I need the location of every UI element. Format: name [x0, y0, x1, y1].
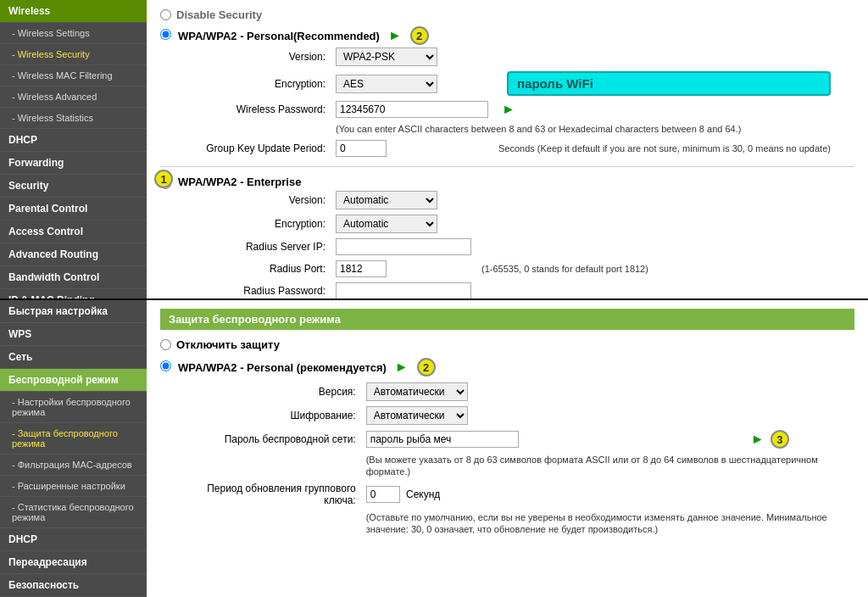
- sidebar-item-stats-ru[interactable]: - Статистика беспроводного режима: [0, 497, 147, 528]
- sidebar-item-wireless-mac[interactable]: - Wireless MAC Filtering: [0, 65, 147, 86]
- sidebar-item-parental[interactable]: Parental Control: [0, 198, 147, 220]
- group-key-unit: Секунд: [406, 488, 440, 500]
- sidebar-item-security[interactable]: Security: [0, 175, 147, 198]
- wpa-enterprise-label: WPA/WPA2 - Enterprise: [178, 176, 301, 188]
- wpa-personal-label-ru: WPA/WPA2 - Personal (рекомендуется): [178, 361, 387, 374]
- wpa-enterprise-form: Version: Automatic Encryption: Automatic: [195, 188, 683, 298]
- arrow-to-password-ru: ►: [751, 432, 765, 446]
- arrow-to-password: ►: [502, 102, 515, 116]
- arrow-right-top: ►: [388, 28, 402, 43]
- disable-security-label-ru: Отключить защиту: [176, 338, 280, 351]
- sidebar-item-ipmac[interactable]: IP & MAC Binding: [0, 289, 147, 298]
- password-label-top: Wireless Password:: [195, 98, 331, 120]
- sidebar-item-wireless-settings[interactable]: - Wireless Settings: [0, 23, 147, 44]
- password-hint-top: (You can enter ASCII characters between …: [336, 124, 741, 134]
- annotation-bubble-3-bot: 3: [771, 430, 789, 449]
- encryption-label-top: Encryption:: [195, 69, 331, 98]
- wpa-personal-form: Version: WPA2-PSK Encryption: AES: [195, 45, 836, 159]
- ent-radius-ip-label: Radius Server IP:: [195, 236, 331, 258]
- disable-security-label: Disable Security: [176, 8, 262, 21]
- sidebar-item-forwarding-ru[interactable]: Переадресация: [0, 551, 147, 574]
- group-key-label-top: Group Key Update Period:: [195, 137, 331, 159]
- ent-version-select[interactable]: Automatic: [336, 191, 437, 209]
- ent-radius-port-hint: (1-65535, 0 stands for default port 1812…: [481, 264, 648, 274]
- sidebar-item-wireless-advanced[interactable]: - Wireless Advanced: [0, 86, 147, 108]
- sidebar-item-advanced-ru[interactable]: - Расширенные настройки: [0, 476, 147, 497]
- version-select-top[interactable]: WPA2-PSK: [336, 47, 437, 66]
- ent-encryption-select[interactable]: Automatic: [336, 215, 437, 233]
- top-sidebar: Wireless - Wireless Settings - Wireless …: [0, 0, 147, 298]
- disable-security-radio-ru[interactable]: [160, 339, 171, 350]
- sidebar-item-wps[interactable]: WPS: [0, 323, 147, 346]
- ent-radius-pw-label: Radius Password:: [195, 280, 331, 298]
- password-input-top[interactable]: [336, 101, 488, 118]
- password-input-ru[interactable]: [366, 431, 519, 448]
- wpa-personal-radio[interactable]: [160, 29, 171, 40]
- sidebar-item-wireless-settings-ru[interactable]: - Настройки беспроводного режима: [0, 392, 147, 423]
- version-select-ru[interactable]: Автоматически: [366, 382, 468, 401]
- disable-security-radio[interactable]: [160, 9, 171, 20]
- wpa-personal-label: WPA/WPA2 - Personal(Recommended): [178, 30, 380, 42]
- encryption-select-top[interactable]: AES: [336, 75, 437, 93]
- wpa-personal-radio-ru[interactable]: [160, 360, 171, 371]
- sidebar-item-dhcp[interactable]: DHCP: [0, 129, 147, 152]
- sidebar-item-quick[interactable]: Быстрая настройка: [0, 300, 147, 323]
- wpa-enterprise-radio[interactable]: [160, 178, 171, 189]
- sidebar-item-dhcp-ru[interactable]: DHCP: [0, 528, 147, 551]
- wpa-personal-form-ru: Версия: Автоматически Шифрование: Автома…: [195, 380, 854, 538]
- encryption-label-ru: Шифрование:: [195, 404, 361, 427]
- sidebar-item-routing[interactable]: Advanced Routing: [0, 243, 147, 266]
- sidebar-item-wireless-mode[interactable]: Беспроводной режим: [0, 369, 147, 392]
- annotation-bubble-2-bot: 2: [417, 358, 436, 377]
- encryption-select-ru[interactable]: Автоматически: [366, 406, 468, 425]
- bottom-sidebar: Быстрая настройка WPS Сеть Беспроводной …: [0, 300, 147, 597]
- sidebar-item-wireless[interactable]: Wireless: [0, 0, 147, 23]
- sidebar-item-bandwidth[interactable]: Bandwidth Control: [0, 266, 147, 289]
- group-key-input-ru[interactable]: [366, 486, 400, 503]
- sidebar-item-wireless-security-ru[interactable]: - Защита беспроводного режима: [0, 423, 147, 455]
- password-label-ru: Пароль беспроводной сети:: [195, 427, 361, 451]
- top-main-content: Disable Security WPA/WPA2 - Personal(Rec…: [147, 0, 868, 298]
- version-label-top: Version:: [195, 45, 331, 69]
- wifi-password-bubble: пароль WiFi: [507, 71, 831, 96]
- sidebar-item-forwarding[interactable]: Forwarding: [0, 152, 147, 175]
- sidebar-item-wireless-stats[interactable]: - Wireless Statistics: [0, 108, 147, 129]
- group-key-input-top[interactable]: [336, 140, 387, 157]
- sidebar-item-security-ru[interactable]: Безопасность: [0, 574, 147, 597]
- group-key-hint-top: Seconds (Keep it default if you are not …: [498, 143, 831, 153]
- version-label-ru: Версия:: [195, 380, 361, 404]
- section-header-ru: Защита беспроводного режима: [160, 309, 854, 330]
- ent-radius-pw-input[interactable]: [336, 282, 471, 298]
- ent-version-label: Version:: [195, 188, 331, 212]
- bottom-main-content: Защита беспроводного режима Отключить за…: [147, 300, 868, 597]
- arrow-right-bot: ►: [395, 360, 409, 375]
- ent-radius-ip-input[interactable]: [336, 238, 471, 255]
- sidebar-item-wireless-security[interactable]: - Wireless Security: [0, 44, 147, 65]
- password-hint-ru: (Вы можете указать от 8 до 63 символов ф…: [366, 455, 818, 477]
- annotation-bubble-2-top: 2: [410, 26, 429, 45]
- ent-radius-port-label: Radius Port:: [195, 258, 331, 280]
- group-key-hint-ru: (Оставьте по умолчанию, если вы не увере…: [366, 512, 827, 534]
- sidebar-item-network-ru[interactable]: Сеть: [0, 346, 147, 369]
- sidebar-item-mac-filter-ru[interactable]: - Фильтрация MAC-адресов: [0, 455, 147, 476]
- ent-radius-port-input[interactable]: [336, 260, 387, 277]
- group-key-label-ru: Период обновления группового ключа:: [195, 480, 361, 509]
- sidebar-item-access[interactable]: Access Control: [0, 220, 147, 243]
- ent-encryption-label: Encryption:: [195, 212, 331, 236]
